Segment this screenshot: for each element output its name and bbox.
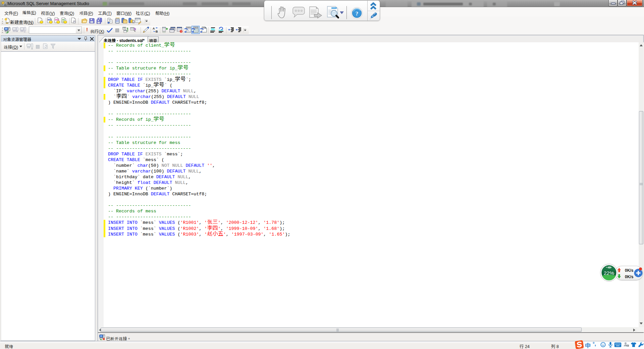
svg-text:1010: 1010 bbox=[186, 27, 191, 29]
svg-text:A: A bbox=[153, 27, 155, 30]
svg-text:B: B bbox=[156, 30, 158, 33]
svg-text:MDX: MDX bbox=[48, 19, 52, 21]
svg-text:?: ? bbox=[356, 10, 359, 17]
svg-text:1010: 1010 bbox=[202, 27, 206, 29]
svg-text:DMX: DMX bbox=[55, 19, 59, 21]
svg-text:1010: 1010 bbox=[194, 27, 198, 29]
svg-text:2: 2 bbox=[627, 345, 628, 347]
svg-text:22%: 22% bbox=[604, 270, 614, 276]
